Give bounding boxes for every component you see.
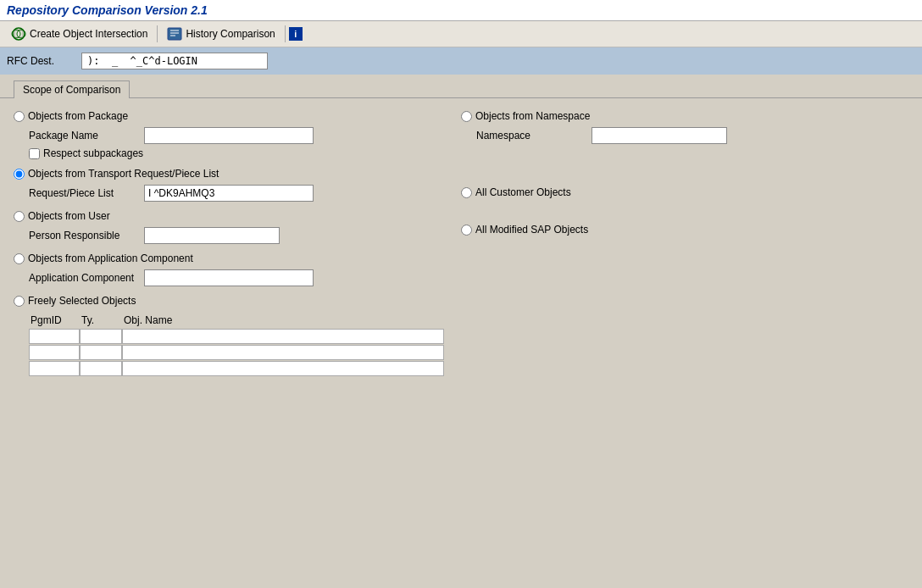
objects-from-transport-group: Objects from Transport Request/Piece Lis… xyxy=(14,168,444,202)
freely-selected-table: PgmID Ty. Obj. Name xyxy=(29,313,444,376)
history-comparison-button[interactable]: History Comparison xyxy=(161,25,280,43)
create-icon xyxy=(11,27,26,41)
freely-selected-group: Freely Selected Objects PgmID Ty. Obj. N… xyxy=(14,295,444,376)
right-column: Objects from Namespace Namespace All Cus… xyxy=(461,110,908,385)
svg-rect-3 xyxy=(168,28,181,40)
objects-from-user-label: Objects from User xyxy=(28,210,110,222)
history-icon xyxy=(167,27,182,41)
left-column: Objects from Package Package Name Respec… xyxy=(14,110,461,385)
radio-objects-from-package[interactable] xyxy=(14,111,25,122)
page-title: Repository Comparison Version 2.1 xyxy=(7,3,915,17)
info-button[interactable]: i xyxy=(289,27,303,41)
objects-from-app-label: Objects from Application Component xyxy=(28,252,193,264)
cell-ty-3[interactable] xyxy=(80,361,122,376)
app-component-input[interactable] xyxy=(144,269,314,286)
rfc-label: RFC Dest. xyxy=(7,55,75,67)
cell-objname-3[interactable] xyxy=(122,361,444,376)
request-piece-input[interactable] xyxy=(144,185,314,202)
namespace-label: Namespace xyxy=(476,130,586,141)
col-pgmid-header: PgmID xyxy=(29,313,80,327)
objects-from-namespace-label: Objects from Namespace xyxy=(475,110,590,122)
all-modified-sap-group: All Modified SAP Objects xyxy=(461,224,891,236)
cell-ty-2[interactable] xyxy=(80,345,122,360)
package-name-label: Package Name xyxy=(29,130,139,141)
cell-objname-1[interactable] xyxy=(122,329,444,344)
spacer2 xyxy=(461,207,891,224)
namespace-input[interactable] xyxy=(592,127,727,144)
all-customer-label: All Customer Objects xyxy=(475,186,571,198)
radio-objects-from-transport[interactable] xyxy=(14,169,25,180)
freely-selected-label: Freely Selected Objects xyxy=(28,295,136,307)
scope-container: Scope of Comparison Objects from Package… xyxy=(0,75,922,397)
spacer xyxy=(461,153,891,186)
respect-subpackages-label: Respect subpackages xyxy=(43,147,143,159)
objects-from-namespace-group: Objects from Namespace Namespace xyxy=(461,110,891,144)
objects-from-app-group: Objects from Application Component Appli… xyxy=(14,252,444,286)
cell-objname-2[interactable] xyxy=(122,345,444,360)
cell-pgmid-1[interactable] xyxy=(29,329,80,344)
table-row xyxy=(29,329,444,344)
history-label: History Comparison xyxy=(186,28,275,40)
person-responsible-label: Person Responsible xyxy=(29,230,139,241)
cell-pgmid-2[interactable] xyxy=(29,345,80,360)
rfc-dest-input[interactable] xyxy=(81,53,268,69)
create-object-intersection-button[interactable]: Create Object Intersection xyxy=(5,25,153,43)
cell-ty-1[interactable] xyxy=(80,329,122,344)
rfc-bar: RFC Dest. xyxy=(0,47,922,75)
radio-all-modified-sap[interactable] xyxy=(461,225,472,236)
col-ty-header: Ty. xyxy=(80,313,122,327)
respect-subpackages-checkbox[interactable] xyxy=(29,148,40,159)
objects-from-package-group: Objects from Package Package Name Respec… xyxy=(14,110,444,159)
col-objname-header: Obj. Name xyxy=(122,313,444,327)
person-responsible-input[interactable] xyxy=(144,227,280,244)
radio-freely-selected[interactable] xyxy=(14,296,25,307)
toolbar-divider2 xyxy=(285,25,286,42)
scope-body: Objects from Package Package Name Respec… xyxy=(0,97,922,397)
toolbar-divider xyxy=(157,25,158,42)
all-modified-sap-label: All Modified SAP Objects xyxy=(475,224,588,236)
radio-objects-from-app[interactable] xyxy=(14,253,25,264)
radio-objects-from-user[interactable] xyxy=(14,211,25,222)
objects-from-transport-label: Objects from Transport Request/Piece Lis… xyxy=(28,168,219,180)
radio-objects-from-namespace[interactable] xyxy=(461,111,472,122)
table-row xyxy=(29,345,444,360)
all-customer-group: All Customer Objects xyxy=(461,186,891,198)
table-row xyxy=(29,361,444,376)
radio-all-customer[interactable] xyxy=(461,187,472,198)
package-name-input[interactable] xyxy=(144,127,314,144)
objects-from-user-group: Objects from User Person Responsible xyxy=(14,210,444,244)
app-component-label: Application Component xyxy=(29,272,139,284)
cell-pgmid-3[interactable] xyxy=(29,361,80,376)
toolbar: Create Object Intersection History Compa… xyxy=(0,21,922,47)
title-bar: Repository Comparison Version 2.1 xyxy=(0,0,922,21)
create-label: Create Object Intersection xyxy=(30,28,147,40)
objects-from-package-label: Objects from Package xyxy=(28,110,128,122)
scope-tab[interactable]: Scope of Comparison xyxy=(14,80,130,98)
request-piece-label: Request/Piece List xyxy=(29,187,139,199)
